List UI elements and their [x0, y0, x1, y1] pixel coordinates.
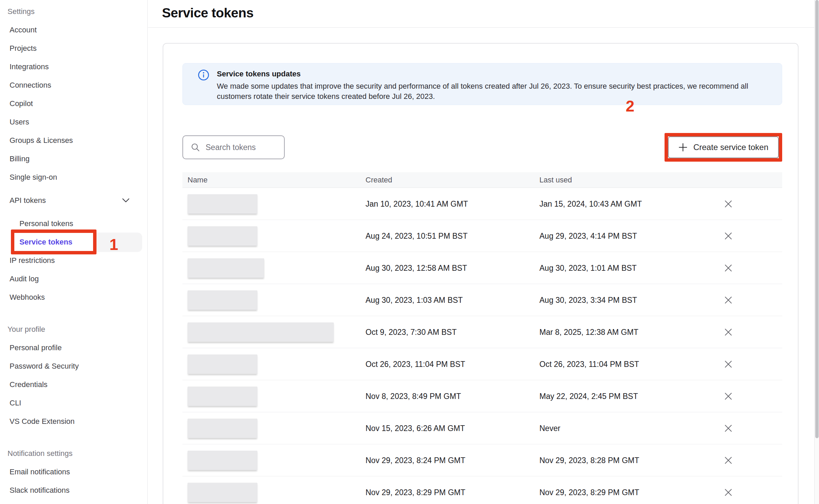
- sidebar-item-label: Password & Security: [10, 362, 79, 371]
- sidebar-item-label: Connections: [10, 81, 51, 90]
- sidebar-item-label: Account: [10, 26, 37, 34]
- table-row: Aug 24, 2023, 10:51 PM BST Aug 29, 2023,…: [182, 220, 782, 252]
- token-created-cell: Oct 26, 2023, 11:04 PM BST: [366, 359, 465, 369]
- sidebar-item-label: Audit log: [10, 275, 39, 283]
- sidebar-item-vs-code-extension[interactable]: VS Code Extension: [0, 412, 147, 431]
- redacted-token-name: [188, 322, 334, 342]
- sidebar-item-webhooks[interactable]: Webhooks: [0, 288, 147, 307]
- sidebar-item-label: Credentials: [10, 380, 47, 389]
- token-created-cell: Aug 30, 2023, 12:58 AM BST: [366, 263, 467, 272]
- sidebar-item-label: Groups & Licenses: [10, 136, 73, 145]
- redacted-token-name: [188, 386, 257, 406]
- create-service-token-button[interactable]: Create service token: [668, 136, 779, 158]
- sidebar-item-personal-profile[interactable]: Personal profile: [0, 339, 147, 357]
- delete-token-button[interactable]: [723, 198, 734, 210]
- service-tokens-update-banner: Service tokens updates We made some upda…: [182, 63, 782, 105]
- sidebar-item-password-security[interactable]: Password & Security: [0, 357, 147, 375]
- delete-token-button[interactable]: [723, 487, 734, 498]
- sidebar-item-projects[interactable]: Projects: [0, 39, 147, 58]
- close-icon: [724, 295, 733, 305]
- delete-token-button[interactable]: [723, 294, 734, 306]
- close-icon: [724, 488, 733, 497]
- sidebar-item-email-notifications[interactable]: Email notifications: [0, 463, 147, 481]
- sidebar-item-credentials[interactable]: Credentials: [0, 375, 147, 394]
- column-header-last-used: Last used: [539, 176, 572, 184]
- sidebar-item-slack-notifications[interactable]: Slack notifications: [0, 481, 147, 500]
- sidebar-item-label: Your profile: [8, 325, 45, 334]
- close-icon: [724, 327, 733, 337]
- sidebar-item-label: Email notifications: [10, 468, 70, 476]
- table-row: Nov 29, 2023, 8:29 PM GMT Nov 29, 2023, …: [182, 476, 782, 504]
- delete-token-button[interactable]: [723, 230, 734, 242]
- sidebar-item-account[interactable]: Account: [0, 21, 147, 39]
- info-icon: [198, 69, 209, 82]
- search-tokens-input[interactable]: [206, 143, 281, 152]
- create-button-label: Create service token: [693, 143, 768, 152]
- plus-icon: [678, 143, 688, 152]
- close-icon: [724, 231, 733, 241]
- sidebar-item-billing[interactable]: Billing: [0, 150, 147, 168]
- table-row: Aug 30, 2023, 1:03 AM BST Aug 30, 2023, …: [182, 284, 782, 316]
- close-icon: [724, 199, 733, 209]
- token-last-used-cell: Nov 29, 2023, 8:28 PM GMT: [539, 456, 639, 465]
- sidebar-item-label: VS Code Extension: [10, 417, 75, 426]
- banner-body: We made some updates that improve the se…: [217, 81, 779, 102]
- sidebar-item-audit-log[interactable]: Audit log: [0, 270, 147, 288]
- sidebar-item-label: Projects: [10, 44, 36, 53]
- sidebar-item-label: Personal tokens: [19, 219, 73, 228]
- scrollbar-thumb[interactable]: [815, 0, 819, 438]
- token-created-cell: Aug 30, 2023, 1:03 AM BST: [366, 295, 463, 305]
- token-last-used-cell: May 22, 2024, 2:45 PM BST: [539, 391, 638, 401]
- table-row: Oct 9, 2023, 7:30 AM BST Mar 8, 2025, 12…: [182, 316, 782, 348]
- token-created-cell: Jan 10, 2023, 10:41 AM GMT: [366, 199, 468, 208]
- token-created-cell: Oct 9, 2023, 7:30 AM BST: [366, 327, 457, 337]
- sidebar-item-label: Single sign-on: [10, 173, 57, 182]
- token-last-used-cell: Aug 30, 2023, 1:01 AM BST: [539, 263, 637, 272]
- redacted-token-name: [188, 258, 264, 278]
- chevron-down-icon: [122, 198, 130, 203]
- sidebar-section-your-profile: Your profile: [0, 320, 147, 339]
- sidebar-item-users[interactable]: Users: [0, 113, 147, 131]
- delete-token-button[interactable]: [723, 455, 734, 466]
- delete-token-button[interactable]: [723, 423, 734, 434]
- sidebar-item-single-sign-on[interactable]: Single sign-on: [0, 168, 147, 187]
- sidebar-item-api-tokens[interactable]: API tokens: [0, 191, 147, 210]
- sidebar-item-integrations[interactable]: Integrations: [0, 58, 147, 76]
- close-icon: [724, 391, 733, 401]
- sidebar-item-label: Personal profile: [10, 343, 62, 352]
- token-created-cell: Aug 24, 2023, 10:51 PM BST: [366, 231, 467, 240]
- column-header-name: Name: [188, 176, 208, 184]
- token-last-used-cell: Never: [539, 424, 560, 433]
- redacted-token-name: [188, 418, 257, 438]
- sidebar-item-cli[interactable]: CLI: [0, 394, 147, 412]
- settings-sidebar: Settings Account Projects Integrations C…: [0, 0, 148, 504]
- sidebar-item-service-tokens[interactable]: Service tokens: [0, 233, 147, 251]
- table-row: Nov 8, 2023, 8:49 PM GMT May 22, 2024, 2…: [182, 380, 782, 412]
- sidebar-item-label: API tokens: [10, 196, 46, 205]
- sidebar-item-label: Notification settings: [8, 449, 73, 458]
- close-icon: [724, 359, 733, 369]
- token-last-used-cell: Aug 30, 2023, 3:34 PM BST: [539, 295, 637, 305]
- redacted-token-name: [188, 354, 257, 374]
- table-row: Nov 15, 2023, 6:26 AM GMT Never: [182, 412, 782, 444]
- search-tokens-box: [182, 135, 285, 159]
- table-body: Jan 10, 2023, 10:41 AM GMT Jan 15, 2024,…: [182, 188, 782, 504]
- sidebar-item-label: Billing: [10, 154, 30, 163]
- close-icon: [724, 263, 733, 273]
- token-created-cell: Nov 29, 2023, 8:29 PM GMT: [366, 488, 465, 497]
- sidebar-item-groups-licenses[interactable]: Groups & Licenses: [0, 131, 147, 150]
- sidebar-item-label: Users: [10, 118, 29, 127]
- delete-token-button[interactable]: [723, 262, 734, 274]
- column-header-created: Created: [366, 176, 392, 184]
- token-last-used-cell: Mar 8, 2025, 12:38 AM GMT: [539, 327, 638, 337]
- sidebar-item-copilot[interactable]: Copilot: [0, 94, 147, 113]
- sidebar-item-connections[interactable]: Connections: [0, 76, 147, 94]
- delete-token-button[interactable]: [723, 358, 734, 370]
- service-tokens-card: Service tokens updates We made some upda…: [163, 43, 799, 504]
- delete-token-button[interactable]: [723, 390, 734, 402]
- banner-title: Service tokens updates: [217, 70, 301, 78]
- search-icon: [191, 143, 200, 152]
- redacted-token-name: [188, 483, 257, 502]
- sidebar-item-label: Integrations: [10, 62, 49, 71]
- delete-token-button[interactable]: [723, 326, 734, 338]
